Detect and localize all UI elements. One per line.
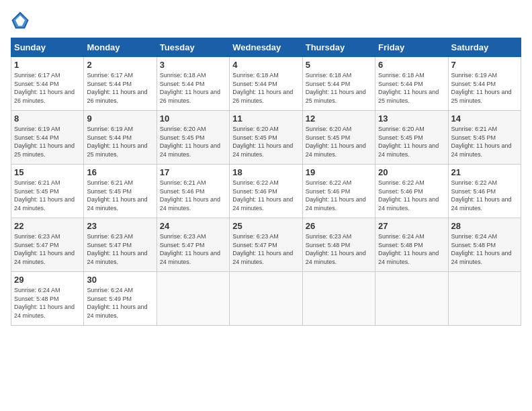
day-number: 9 — [87, 113, 153, 124]
day-cell — [302, 272, 375, 326]
day-cell: 14Sunrise: 6:21 AMSunset: 5:45 PMDayligh… — [448, 111, 521, 165]
day-number: 23 — [87, 221, 153, 231]
day-info: Sunrise: 6:21 AMSunset: 5:45 PMDaylight:… — [87, 179, 153, 212]
day-cell: 2Sunrise: 6:17 AMSunset: 5:44 PMDaylight… — [84, 57, 157, 111]
day-info: Sunrise: 6:23 AMSunset: 5:47 PMDaylight:… — [160, 232, 226, 266]
header-monday: Monday — [84, 38, 157, 57]
day-cell: 26Sunrise: 6:23 AMSunset: 5:48 PMDayligh… — [302, 218, 375, 272]
day-number: 24 — [160, 221, 226, 231]
header-saturday: Saturday — [448, 38, 521, 57]
day-cell — [375, 272, 448, 326]
day-cell: 11Sunrise: 6:20 AMSunset: 5:45 PMDayligh… — [230, 111, 302, 165]
day-info: Sunrise: 6:19 AMSunset: 5:44 PMDaylight:… — [451, 71, 518, 105]
day-number: 30 — [87, 275, 153, 285]
day-cell — [230, 272, 302, 326]
day-number: 2 — [87, 60, 153, 70]
day-cell: 30Sunrise: 6:24 AMSunset: 5:49 PMDayligh… — [84, 272, 157, 326]
day-number: 14 — [451, 113, 518, 124]
day-number: 6 — [378, 60, 445, 70]
day-number: 7 — [451, 60, 518, 70]
logo-icon — [11, 11, 30, 30]
header-row: SundayMondayTuesdayWednesdayThursdayFrid… — [11, 38, 521, 57]
page-header — [11, 11, 521, 30]
day-number: 13 — [378, 113, 445, 124]
week-row-2: 8Sunrise: 6:19 AMSunset: 5:44 PMDaylight… — [11, 111, 521, 165]
day-number: 18 — [232, 167, 299, 177]
day-info: Sunrise: 6:21 AMSunset: 5:45 PMDaylight:… — [451, 125, 518, 158]
day-info: Sunrise: 6:19 AMSunset: 5:44 PMDaylight:… — [87, 125, 153, 158]
day-info: Sunrise: 6:22 AMSunset: 5:46 PMDaylight:… — [306, 179, 372, 212]
day-cell: 8Sunrise: 6:19 AMSunset: 5:44 PMDaylight… — [11, 111, 84, 165]
day-number: 1 — [14, 60, 81, 70]
day-cell: 6Sunrise: 6:18 AMSunset: 5:44 PMDaylight… — [375, 57, 448, 111]
day-number: 8 — [14, 113, 81, 124]
day-cell: 13Sunrise: 6:20 AMSunset: 5:45 PMDayligh… — [375, 111, 448, 165]
day-cell: 16Sunrise: 6:21 AMSunset: 5:45 PMDayligh… — [84, 165, 157, 218]
day-number: 28 — [451, 221, 518, 231]
calendar-body: 1Sunrise: 6:17 AMSunset: 5:44 PMDaylight… — [11, 57, 521, 326]
day-info: Sunrise: 6:18 AMSunset: 5:44 PMDaylight:… — [378, 71, 445, 105]
day-info: Sunrise: 6:20 AMSunset: 5:45 PMDaylight:… — [378, 125, 445, 158]
day-info: Sunrise: 6:22 AMSunset: 5:46 PMDaylight:… — [378, 179, 445, 212]
day-cell: 25Sunrise: 6:23 AMSunset: 5:47 PMDayligh… — [230, 218, 302, 272]
day-number: 22 — [14, 221, 81, 231]
day-cell: 27Sunrise: 6:24 AMSunset: 5:48 PMDayligh… — [375, 218, 448, 272]
day-cell: 5Sunrise: 6:18 AMSunset: 5:44 PMDaylight… — [302, 57, 375, 111]
day-cell: 24Sunrise: 6:23 AMSunset: 5:47 PMDayligh… — [157, 218, 229, 272]
day-number: 3 — [160, 60, 226, 70]
week-row-1: 1Sunrise: 6:17 AMSunset: 5:44 PMDaylight… — [11, 57, 521, 111]
day-number: 26 — [306, 221, 372, 231]
day-info: Sunrise: 6:18 AMSunset: 5:44 PMDaylight:… — [160, 71, 226, 105]
day-info: Sunrise: 6:24 AMSunset: 5:48 PMDaylight:… — [14, 286, 81, 320]
day-number: 29 — [14, 275, 81, 285]
day-cell: 15Sunrise: 6:21 AMSunset: 5:45 PMDayligh… — [11, 165, 84, 218]
day-cell: 12Sunrise: 6:20 AMSunset: 5:45 PMDayligh… — [302, 111, 375, 165]
day-info: Sunrise: 6:24 AMSunset: 5:49 PMDaylight:… — [87, 286, 153, 320]
logo — [11, 11, 32, 30]
day-number: 16 — [87, 167, 153, 177]
day-info: Sunrise: 6:18 AMSunset: 5:44 PMDaylight:… — [306, 71, 372, 105]
header-friday: Friday — [375, 38, 448, 57]
day-info: Sunrise: 6:21 AMSunset: 5:45 PMDaylight:… — [14, 179, 81, 212]
day-info: Sunrise: 6:24 AMSunset: 5:48 PMDaylight:… — [451, 232, 518, 266]
day-cell: 4Sunrise: 6:18 AMSunset: 5:44 PMDaylight… — [230, 57, 302, 111]
day-number: 5 — [306, 60, 372, 70]
day-number: 21 — [451, 167, 518, 177]
day-info: Sunrise: 6:23 AMSunset: 5:48 PMDaylight:… — [306, 232, 372, 266]
header-wednesday: Wednesday — [230, 38, 302, 57]
week-row-3: 15Sunrise: 6:21 AMSunset: 5:45 PMDayligh… — [11, 165, 521, 218]
week-row-5: 29Sunrise: 6:24 AMSunset: 5:48 PMDayligh… — [11, 272, 521, 326]
day-number: 27 — [378, 221, 445, 231]
calendar-table: SundayMondayTuesdayWednesdayThursdayFrid… — [11, 38, 521, 326]
day-cell: 28Sunrise: 6:24 AMSunset: 5:48 PMDayligh… — [448, 218, 521, 272]
day-cell: 21Sunrise: 6:22 AMSunset: 5:46 PMDayligh… — [448, 165, 521, 218]
day-info: Sunrise: 6:20 AMSunset: 5:45 PMDaylight:… — [160, 125, 226, 158]
day-info: Sunrise: 6:23 AMSunset: 5:47 PMDaylight:… — [87, 232, 153, 266]
day-number: 11 — [232, 113, 299, 124]
day-number: 19 — [306, 167, 372, 177]
day-cell — [157, 272, 229, 326]
day-cell: 9Sunrise: 6:19 AMSunset: 5:44 PMDaylight… — [84, 111, 157, 165]
day-cell: 1Sunrise: 6:17 AMSunset: 5:44 PMDaylight… — [11, 57, 84, 111]
day-cell: 19Sunrise: 6:22 AMSunset: 5:46 PMDayligh… — [302, 165, 375, 218]
calendar-header: SundayMondayTuesdayWednesdayThursdayFrid… — [11, 38, 521, 57]
day-cell: 29Sunrise: 6:24 AMSunset: 5:48 PMDayligh… — [11, 272, 84, 326]
day-info: Sunrise: 6:18 AMSunset: 5:44 PMDaylight:… — [232, 71, 299, 105]
day-cell: 23Sunrise: 6:23 AMSunset: 5:47 PMDayligh… — [84, 218, 157, 272]
day-info: Sunrise: 6:24 AMSunset: 5:48 PMDaylight:… — [378, 232, 445, 266]
day-cell: 10Sunrise: 6:20 AMSunset: 5:45 PMDayligh… — [157, 111, 229, 165]
day-cell: 20Sunrise: 6:22 AMSunset: 5:46 PMDayligh… — [375, 165, 448, 218]
week-row-4: 22Sunrise: 6:23 AMSunset: 5:47 PMDayligh… — [11, 218, 521, 272]
day-number: 17 — [160, 167, 226, 177]
day-info: Sunrise: 6:21 AMSunset: 5:46 PMDaylight:… — [160, 179, 226, 212]
day-info: Sunrise: 6:19 AMSunset: 5:44 PMDaylight:… — [14, 125, 81, 158]
day-info: Sunrise: 6:23 AMSunset: 5:47 PMDaylight:… — [232, 232, 299, 266]
header-thursday: Thursday — [302, 38, 375, 57]
day-info: Sunrise: 6:22 AMSunset: 5:46 PMDaylight:… — [232, 179, 299, 212]
day-number: 10 — [160, 113, 226, 124]
day-info: Sunrise: 6:22 AMSunset: 5:46 PMDaylight:… — [451, 179, 518, 212]
day-cell: 3Sunrise: 6:18 AMSunset: 5:44 PMDaylight… — [157, 57, 229, 111]
day-cell — [448, 272, 521, 326]
day-number: 4 — [232, 60, 299, 70]
day-number: 15 — [14, 167, 81, 177]
